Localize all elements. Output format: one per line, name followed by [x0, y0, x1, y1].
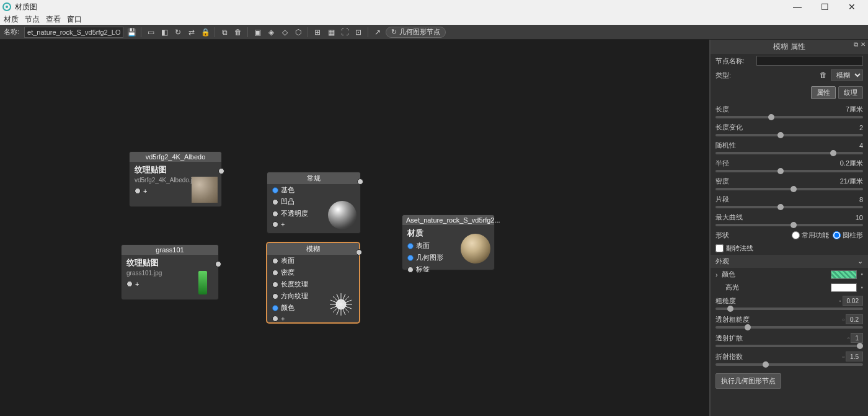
input-port-density[interactable]	[272, 270, 278, 276]
menu-window[interactable]: 窗口	[67, 14, 82, 25]
tab-properties[interactable]: 属性	[811, 86, 836, 99]
input-port-color[interactable]	[272, 305, 278, 311]
tool-icon-5[interactable]: ⬡	[293, 27, 304, 38]
input-port-bump[interactable]	[272, 199, 278, 205]
output-port[interactable]	[357, 179, 363, 185]
input-port-length-tex[interactable]	[272, 281, 278, 288]
minimize-button[interactable]: —	[784, 0, 811, 14]
lock-icon[interactable]: ▫	[843, 316, 845, 323]
input-port-basecolor[interactable]	[272, 187, 278, 193]
value-text[interactable]: 0.2	[846, 314, 863, 324]
input-port[interactable]	[126, 281, 133, 287]
output-port[interactable]	[215, 261, 221, 267]
slider-thumb[interactable]	[790, 186, 797, 192]
slider-thumb[interactable]	[727, 306, 733, 312]
delete-icon[interactable]: 🗑	[232, 27, 244, 38]
output-port[interactable]	[218, 168, 224, 174]
appearance-header[interactable]: 外观 ⌄	[711, 255, 868, 268]
copy-icon[interactable]: ⧉	[219, 27, 230, 38]
node-texture-albedo[interactable]: vd5rfg2_4K_Albedo 纹理贴图 vd5rfg2_4K_Albedo…	[129, 151, 222, 207]
slider-track[interactable]	[715, 116, 863, 118]
slider-thumb[interactable]	[768, 114, 774, 120]
maximize-button[interactable]: ☐	[811, 0, 838, 14]
input-port-surface[interactable]	[407, 243, 414, 249]
slider-track[interactable]	[715, 188, 863, 190]
input-port-surface[interactable]	[272, 258, 278, 264]
zoom-icon[interactable]: ⊡	[353, 27, 364, 38]
input-port-label[interactable]	[407, 267, 414, 273]
save-icon[interactable]: 💾	[126, 27, 137, 38]
material-name-input[interactable]	[24, 27, 123, 38]
menu-material[interactable]: 材质	[4, 14, 19, 25]
slider-thumb[interactable]	[777, 132, 784, 138]
lock-icon[interactable]: ▫	[839, 298, 841, 304]
slider-thumb[interactable]	[830, 150, 836, 156]
lock-icon[interactable]: ▫	[848, 335, 850, 342]
tool-icon-4[interactable]: ◇	[279, 27, 290, 38]
node-name-input[interactable]	[756, 56, 863, 66]
value-text[interactable]: 1.5	[846, 352, 863, 361]
geometry-node-button[interactable]: ↻ 几何图形节点	[386, 27, 446, 38]
slider-thumb[interactable]	[763, 361, 769, 368]
slider-track[interactable]	[715, 170, 863, 172]
node-asset-material[interactable]: Aset_nature_rock_S_vd5rfg2... 材质 表面 几何图形…	[402, 215, 495, 270]
slider-thumb[interactable]	[857, 343, 863, 349]
layout-icon-2[interactable]: ▦	[326, 27, 337, 38]
menu-view[interactable]: 查看	[46, 14, 61, 25]
specular-swatch[interactable]	[831, 283, 857, 292]
flip-normals-checkbox[interactable]	[715, 244, 724, 252]
lock-icon[interactable]: ▫	[843, 353, 845, 360]
close-button[interactable]: ✕	[838, 0, 866, 14]
popout-icon[interactable]: ⧉	[854, 41, 858, 48]
tool-icon-1[interactable]: ▭	[145, 27, 156, 38]
node-standard[interactable]: 常规 基色 凹凸 不透明度 +	[267, 172, 361, 234]
slider-thumb[interactable]	[745, 324, 751, 330]
execute-geometry-button[interactable]: 执行几何图形节点	[715, 373, 781, 389]
layout-icon-1[interactable]: ⊞	[312, 27, 323, 38]
flip-normals-row[interactable]: 翻转法线	[711, 242, 868, 255]
menu-node[interactable]: 节点	[25, 14, 40, 25]
input-port[interactable]	[135, 188, 141, 194]
input-port-plus[interactable]	[272, 316, 278, 322]
node-texture-grass[interactable]: grass101 纹理贴图 grass101.jpg +	[121, 244, 219, 300]
tool-icon-2[interactable]: ◧	[159, 27, 170, 38]
shape-radio-cylinder[interactable]: 圆柱形	[833, 231, 863, 240]
tool-icon-3[interactable]: ◈	[265, 27, 277, 38]
export-icon[interactable]: ↗	[372, 27, 383, 38]
input-port-plus[interactable]	[272, 221, 278, 228]
refresh-icon: ↻	[391, 28, 397, 36]
close-panel-icon[interactable]: ✕	[861, 41, 866, 48]
slider-track[interactable]	[715, 206, 863, 208]
slider-track[interactable]	[715, 152, 863, 154]
lock-icon[interactable]: 🔒	[200, 27, 211, 38]
slider-thumb[interactable]	[777, 204, 784, 210]
value-text[interactable]: 1	[851, 333, 863, 343]
value-text[interactable]: 0.02	[843, 296, 863, 306]
tab-textures[interactable]: 纹理	[838, 86, 863, 99]
slider-thumb[interactable]	[790, 222, 797, 228]
slider-track[interactable]	[715, 326, 863, 329]
shape-radio-common[interactable]: 常用功能	[792, 231, 829, 240]
slider-track[interactable]	[715, 345, 863, 347]
slider-thumb[interactable]	[777, 168, 784, 174]
slider-track[interactable]	[715, 224, 863, 226]
input-port-opacity[interactable]	[272, 211, 278, 217]
node-blur[interactable]: 模糊 表面 密度 长度纹理 方向纹理 颜色 +	[267, 242, 360, 323]
color-swatch[interactable]	[831, 270, 857, 279]
type-dropdown[interactable]: 模糊	[831, 69, 863, 81]
settings-icon[interactable]: ⇄	[186, 27, 197, 38]
output-port[interactable]	[356, 249, 362, 255]
refresh-icon[interactable]: ↻	[172, 27, 184, 38]
link-icon[interactable]: •	[861, 271, 863, 278]
group-icon[interactable]: ▣	[252, 27, 263, 38]
slider-track[interactable]	[715, 363, 863, 366]
link-icon[interactable]: ▪	[861, 284, 863, 291]
trash-icon[interactable]: 🗑	[820, 71, 827, 79]
node-graph[interactable]: vd5rfg2_4K_Albedo 纹理贴图 vd5rfg2_4K_Albedo…	[0, 40, 710, 416]
input-port-geometry[interactable]	[407, 255, 414, 261]
fit-icon[interactable]: ⛶	[339, 27, 350, 38]
slider-track[interactable]	[715, 134, 863, 136]
slider-track[interactable]	[715, 308, 863, 310]
input-port-direction-tex[interactable]	[272, 293, 278, 299]
expand-icon[interactable]: ›	[715, 271, 718, 278]
